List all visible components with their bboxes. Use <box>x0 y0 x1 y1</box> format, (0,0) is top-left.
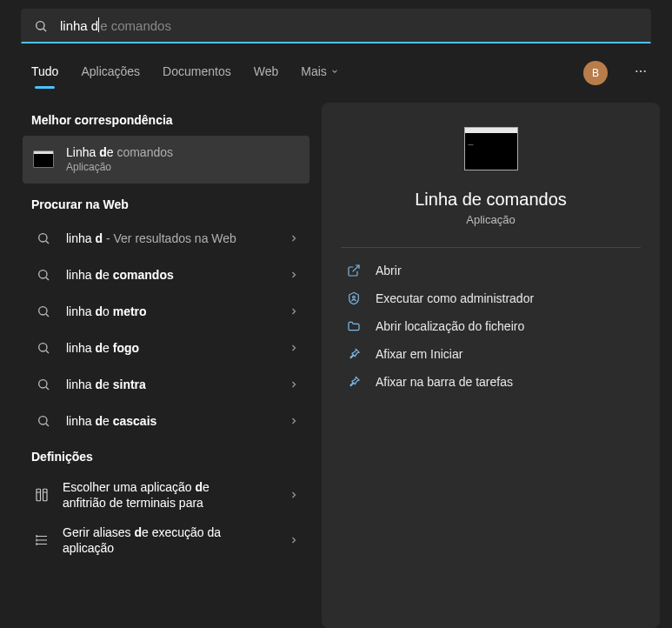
preview-panel: Linha de comandos Aplicação AbrirExecuta… <box>322 103 660 628</box>
pin-taskbar-icon <box>346 375 362 389</box>
best-match-result[interactable]: Linha de comandos Aplicação <box>23 136 309 184</box>
chevron-down-icon <box>330 67 339 76</box>
action-label: Abrir <box>376 264 402 277</box>
svg-line-14 <box>46 387 49 390</box>
svg-rect-18 <box>43 489 48 501</box>
action-pin-start[interactable]: Afixar em Iniciar <box>341 340 641 368</box>
open-icon <box>346 264 362 277</box>
tab-more[interactable]: Mais <box>301 64 339 90</box>
app-icon-large <box>464 127 518 170</box>
admin-icon <box>346 291 362 305</box>
search-icon <box>33 411 54 431</box>
action-label: Afixar em Iniciar <box>376 347 462 361</box>
best-match-subtitle: Aplicação <box>66 161 299 175</box>
tab-apps[interactable]: Aplicações <box>81 64 140 90</box>
tab-documents[interactable]: Documentos <box>163 64 231 90</box>
filter-tabs: Tudo Aplicações Documentos Web Mais B <box>0 50 672 94</box>
web-result[interactable]: linha do metro <box>23 293 309 330</box>
preview-app-type: Aplicação <box>466 213 515 226</box>
svg-line-8 <box>46 277 49 280</box>
search-bar[interactable]: linha de comandos <box>21 9 651 43</box>
svg-line-12 <box>46 351 49 353</box>
web-result[interactable]: linha de cascais <box>23 403 309 439</box>
search-icon <box>33 301 54 322</box>
svg-point-0 <box>37 21 44 29</box>
pin-start-icon <box>346 347 362 361</box>
svg-point-11 <box>39 343 47 351</box>
action-admin[interactable]: Executar como administrador <box>341 284 641 312</box>
svg-point-4 <box>644 70 646 72</box>
svg-rect-17 <box>37 489 41 501</box>
section-web: Procurar na Web <box>23 187 309 220</box>
search-icon <box>33 337 54 358</box>
action-label: Afixar na barra de tarefas <box>376 375 513 389</box>
svg-point-13 <box>39 379 47 387</box>
settings-result[interactable]: Gerir aliases de execução daaplicação <box>23 518 309 563</box>
search-icon <box>33 264 54 285</box>
search-input[interactable]: linha de comandos <box>60 10 638 42</box>
svg-line-27 <box>353 265 359 271</box>
search-icon <box>33 228 54 249</box>
svg-point-15 <box>39 416 47 424</box>
tab-all[interactable]: Tudo <box>31 64 58 90</box>
search-suggestion-text: e comandos <box>100 18 171 33</box>
best-match-title: Linha de comandos <box>66 144 299 160</box>
action-open[interactable]: Abrir <box>341 257 641 284</box>
action-label: Abrir localização do ficheiro <box>376 319 524 333</box>
action-label: Executar como administrador <box>376 291 534 305</box>
svg-point-2 <box>635 70 637 72</box>
web-result[interactable]: linha de comandos <box>23 257 309 293</box>
search-typed-text: linha d <box>60 18 98 33</box>
settings-item-icon <box>33 531 50 549</box>
tab-web[interactable]: Web <box>254 64 279 90</box>
section-settings: Definições <box>23 439 309 472</box>
divider <box>341 247 641 248</box>
action-pin-taskbar[interactable]: Afixar na barra de tarefas <box>341 368 641 396</box>
svg-point-9 <box>39 306 47 314</box>
svg-line-6 <box>46 241 49 244</box>
ellipsis-icon <box>634 64 648 78</box>
svg-point-7 <box>39 270 47 277</box>
svg-line-1 <box>43 29 46 31</box>
web-result[interactable]: linha d - Ver resultados na Web <box>23 220 309 257</box>
svg-line-16 <box>46 424 49 426</box>
svg-point-3 <box>640 70 642 72</box>
action-folder[interactable]: Abrir localização do ficheiro <box>341 312 641 340</box>
folder-icon <box>346 319 362 333</box>
web-result[interactable]: linha de sintra <box>23 366 309 403</box>
preview-app-title: Linha de comandos <box>415 190 567 210</box>
settings-item-icon <box>33 486 50 504</box>
settings-result[interactable]: Escolher uma aplicação deanfitrião de te… <box>23 472 309 518</box>
svg-point-28 <box>353 296 356 298</box>
svg-line-10 <box>46 314 49 317</box>
search-icon <box>34 19 48 33</box>
section-best-match: Melhor correspondência <box>23 103 309 136</box>
web-result[interactable]: linha de fogo <box>23 330 309 366</box>
svg-point-5 <box>39 233 47 241</box>
search-icon <box>33 374 54 395</box>
more-options-button[interactable] <box>630 61 651 85</box>
cmd-app-icon <box>33 149 54 170</box>
user-avatar[interactable]: B <box>583 61 608 85</box>
